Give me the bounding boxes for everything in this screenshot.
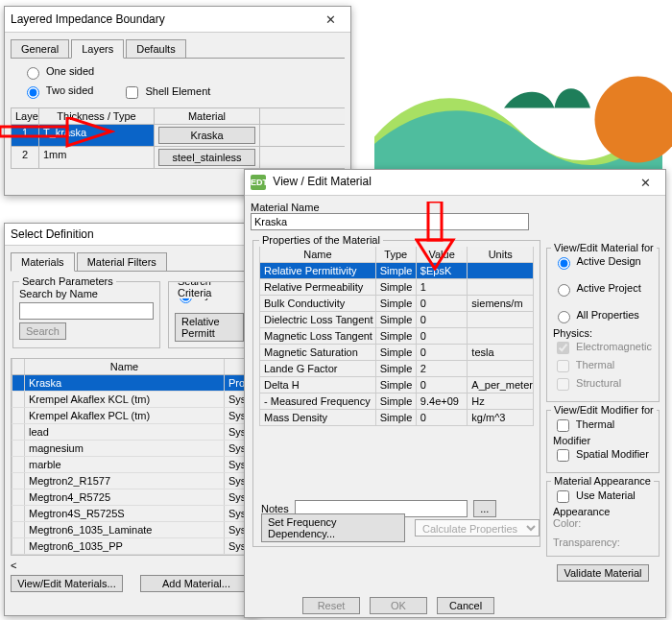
decorative-bg xyxy=(326,58,672,173)
layered-title: Layered Impedance Boundary xyxy=(11,12,165,26)
search-button[interactable]: Search xyxy=(19,322,66,340)
list-item[interactable]: Megtron6_1035_LaminateSys xyxy=(12,522,252,538)
add-material-button[interactable]: Add Material... xyxy=(140,575,252,592)
tab-general[interactable]: General xyxy=(11,39,69,58)
check-em: Electromagnetic xyxy=(553,341,652,352)
check-thermal-modifier[interactable]: Thermal Modifier xyxy=(553,418,614,446)
property-row[interactable]: Mass DensitySimple0kg/m^3 xyxy=(259,410,534,426)
radio-active-project[interactable]: Active Project xyxy=(553,282,641,294)
svg-point-0 xyxy=(595,77,673,163)
select-definition-window: Select Definition Materials Material Fil… xyxy=(4,223,259,616)
seldef-tabs: Materials Material Filters xyxy=(11,251,252,272)
one-sided-radio[interactable]: One sided xyxy=(22,65,94,77)
list-item[interactable]: Krempel Akaflex KCL (tm)Sys xyxy=(12,392,252,408)
property-row[interactable]: Bulk ConductivitySimple0siemens/m xyxy=(259,296,534,312)
property-row[interactable]: Magnetic Loss TangentSimple0 xyxy=(259,328,534,345)
radio-all-properties[interactable]: All Properties xyxy=(553,309,639,321)
layered-impedance-window: Layered Impedance Boundary ✕ General Lay… xyxy=(4,6,351,196)
ok-button[interactable]: OK xyxy=(370,597,427,614)
shell-element-check[interactable]: Shell Element xyxy=(122,83,210,102)
tab-defaults[interactable]: Defaults xyxy=(126,39,185,58)
list-item[interactable]: Megtron4_R5725Sys xyxy=(12,489,252,506)
cancel-button[interactable]: Cancel xyxy=(437,597,494,614)
reset-button[interactable]: Reset xyxy=(302,597,360,614)
property-row[interactable]: Lande G FactorSimple2 xyxy=(259,361,534,377)
relative-permit-button[interactable]: Relative Permitt xyxy=(175,313,244,342)
check-spatial-modifier[interactable]: Spatial Modifier xyxy=(553,448,649,460)
search-by-name-label: Search by Name xyxy=(19,288,154,299)
seldef-title: Select Definition xyxy=(11,227,94,241)
arrow-to-value-column xyxy=(415,202,457,271)
check-use-appearance[interactable]: Use Material Appearance xyxy=(553,489,636,517)
close-icon[interactable]: ✕ xyxy=(316,11,345,28)
list-item[interactable]: Megtron2_R1577Sys xyxy=(12,473,252,489)
material-name-input[interactable] xyxy=(251,213,529,230)
view-edit-title: View / Edit Material xyxy=(273,175,372,188)
list-item[interactable]: Megtron4S_R5725SSys xyxy=(12,506,252,522)
validate-material-button[interactable]: Validate Material xyxy=(557,564,648,582)
list-item[interactable]: KraskaPro xyxy=(12,375,252,392)
arrow-to-layer-row xyxy=(0,117,115,152)
property-row[interactable]: Relative PermittivitySimple$EpsK xyxy=(259,263,534,279)
property-row[interactable]: Magnetic SaturationSimple0tesla xyxy=(259,345,534,361)
app-icon: EDT xyxy=(251,175,266,190)
property-row[interactable]: - Measured FrequencySimple9.4e+09Hz xyxy=(259,393,534,410)
close-icon[interactable]: ✕ xyxy=(631,174,660,191)
check-structural: Structural xyxy=(553,377,621,389)
material-cell-button[interactable]: steel_stainless xyxy=(158,149,255,166)
materials-list[interactable]: Name KraskaProKrempel Akaflex KCL (tm)Sy… xyxy=(11,358,252,556)
props-legend: Properties of the Material xyxy=(259,234,383,246)
check-thermal: Thermal xyxy=(553,359,614,370)
svg-marker-4 xyxy=(417,240,453,269)
property-row[interactable]: Relative PermeabilitySimple1 xyxy=(259,279,534,296)
search-input[interactable] xyxy=(19,302,154,320)
list-item[interactable]: Krempel Akaflex PCL (tm)Sys xyxy=(12,408,252,424)
view-edit-materials-button[interactable]: View/Edit Materials... xyxy=(11,575,123,592)
list-item[interactable]: Megtron6_1035_PPSys xyxy=(12,538,252,555)
material-cell-button[interactable]: Kraska xyxy=(158,127,255,144)
list-item[interactable]: magnesiumSys xyxy=(12,441,252,457)
search-params-legend: Search Parameters xyxy=(19,275,116,287)
calculate-properties-select[interactable]: Calculate Properties for: xyxy=(415,519,540,537)
svg-marker-2 xyxy=(67,117,111,146)
list-item[interactable]: marbleSys xyxy=(12,457,252,473)
tab-material-filters[interactable]: Material Filters xyxy=(77,252,167,271)
property-row[interactable]: Dielectric Loss TangentSimple0 xyxy=(259,312,534,328)
hdr-material: Material xyxy=(155,108,260,124)
tab-materials[interactable]: Materials xyxy=(11,252,75,272)
list-item[interactable]: leadSys xyxy=(12,424,252,441)
property-row[interactable]: Delta HSimple0A_per_meter xyxy=(259,377,534,393)
col-name[interactable]: Name xyxy=(25,359,225,374)
svg-rect-1 xyxy=(0,127,67,136)
radio-active-design[interactable]: Active Design xyxy=(553,255,641,267)
svg-rect-3 xyxy=(428,202,442,240)
two-sided-radio[interactable]: Two sided xyxy=(22,83,93,102)
search-criteria-legend: Search Criteria xyxy=(175,281,250,298)
layered-tabs: General Layers Defaults xyxy=(11,38,345,59)
tab-layers[interactable]: Layers xyxy=(71,39,124,59)
set-freq-dependency-button[interactable]: Set Frequency Dependency... xyxy=(261,513,405,542)
